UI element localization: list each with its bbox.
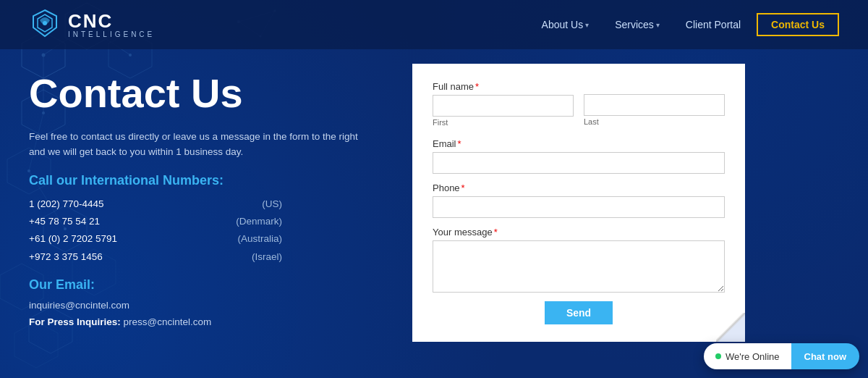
message-textarea[interactable] [433,240,725,293]
nav-contact-button[interactable]: Contact Us [757,13,839,36]
press-email: press@cncintel.com [124,316,212,327]
nav-about[interactable]: About Us ▾ [532,14,600,35]
first-label: First [433,118,574,127]
press-label: For Press Inquiries: [29,316,121,327]
svg-point-27 [43,21,47,25]
phone-row-il: +972 3 375 1456 (Israel) [29,248,282,266]
online-indicator [715,353,721,359]
phone-country-dk: (Denmark) [236,213,282,230]
chevron-down-icon: ▾ [656,21,660,29]
logo-icon [29,7,61,42]
message-label: Your message* [433,227,725,238]
last-name-group: Last [584,94,725,127]
email-address[interactable]: inquiries@cncintel.com [29,300,391,311]
logo[interactable]: CNC INTELLIGENCE [29,7,155,42]
first-name-input[interactable] [433,95,574,117]
required-star: * [475,81,479,92]
required-star: * [461,182,465,193]
contact-form-card: Full name* First Last Email* Phone [412,64,745,342]
email-group: Email* [433,138,725,174]
phone-row-dk: +45 78 75 54 21 (Denmark) [29,213,282,230]
phone-number-us: 1 (202) 770-4445 [29,196,104,213]
chat-status: We're Online [704,343,791,369]
last-name-input[interactable] [584,94,725,116]
chat-now-button[interactable]: Chat now [791,343,860,369]
email-section-heading: Our Email: [29,277,391,293]
last-label: Last [584,117,725,126]
site-header: CNC INTELLIGENCE About Us ▾ Services ▾ C… [0,0,868,49]
phone-section-heading: Call our International Numbers: [29,173,391,188]
chat-widget: We're Online Chat now [704,343,859,369]
phone-row-au: +61 (0) 2 7202 5791 (Australia) [29,230,282,248]
nav-client-portal[interactable]: Client Portal [676,14,751,35]
phone-country-us: (US) [262,196,282,213]
phone-number-au: +61 (0) 2 7202 5791 [29,230,117,248]
main-nav: About Us ▾ Services ▾ Client Portal Cont… [532,13,839,36]
logo-intelligence-text: INTELLIGENCE [68,30,155,38]
logo-text: CNC INTELLIGENCE [68,12,155,38]
required-star: * [458,138,461,149]
main-content: Contact Us Feel free to contact us direc… [0,49,868,378]
right-column: Full name* First Last Email* Phone [412,64,745,364]
full-name-row: Full name* First Last [433,81,725,135]
phone-group: Phone* [433,182,725,218]
phone-label: Phone* [433,182,725,193]
message-group: Your message* [433,227,725,293]
email-label: Email* [433,138,725,149]
phone-country-il: (Israel) [252,248,282,266]
required-star: * [494,227,498,238]
send-button[interactable]: Send [545,301,613,324]
first-name-group: Full name* First [433,81,574,127]
phone-country-au: (Australia) [237,230,282,248]
email-input[interactable] [433,152,725,174]
press-line: For Press Inquiries: press@cncintel.com [29,316,391,327]
phone-row-us: 1 (202) 770-4445 (US) [29,196,282,213]
phone-number-dk: +45 78 75 54 21 [29,213,100,230]
chevron-down-icon: ▾ [585,21,589,29]
phone-number-il: +972 3 375 1456 [29,248,103,266]
phone-list: 1 (202) 770-4445 (US) +45 78 75 54 21 (D… [29,196,391,266]
left-column: Contact Us Feel free to contact us direc… [29,64,391,364]
phone-input[interactable] [433,196,725,218]
nav-services[interactable]: Services ▾ [605,14,670,35]
logo-cnc-text: CNC [68,12,155,30]
page-title: Contact Us [29,71,391,116]
intro-text: Feel free to contact us directly or leav… [29,129,362,160]
email-section: Our Email: inquiries@cncintel.com For Pr… [29,277,391,327]
full-name-label: Full name* [433,81,574,92]
